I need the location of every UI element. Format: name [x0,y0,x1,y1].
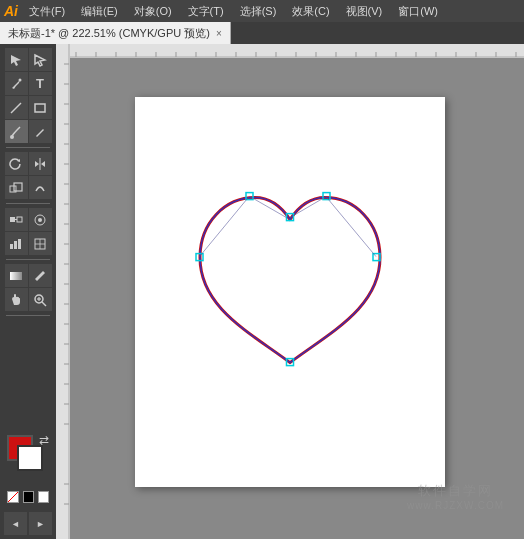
tool-row-5 [3,152,53,175]
symbol-tool[interactable] [29,208,52,231]
main-area: T [0,44,524,539]
heart-path-svg [190,177,390,397]
ruler-horizontal [56,44,524,58]
selection-tool[interactable] [5,48,28,71]
menu-effect[interactable]: 效果(C) [289,2,332,21]
color-swatches: ⇄ [3,433,53,503]
tool-row-8 [3,232,53,255]
tool-row-7 [3,208,53,231]
artboard-right[interactable]: ► [29,512,52,535]
separator-1 [6,147,50,148]
tab-bar: 未标题-1* @ 222.51% (CMYK/GPU 预览) × [0,22,524,44]
menu-edit[interactable]: 编辑(E) [78,2,121,21]
eyedropper-tool[interactable] [29,264,52,287]
svg-point-3 [10,135,14,139]
line-tool[interactable] [5,96,28,119]
svg-line-1 [11,103,21,113]
svg-point-11 [38,218,42,222]
tab-title: 未标题-1* @ 222.51% (CMYK/GPU 预览) [8,26,210,41]
svg-line-20 [42,302,46,306]
pencil-tool[interactable] [29,120,52,143]
separator-4 [6,315,50,316]
white-swatch[interactable] [38,491,49,503]
tool-row-4 [3,120,53,143]
svg-line-23 [8,492,18,502]
svg-rect-12 [10,244,13,249]
column-graph-tool[interactable] [5,232,28,255]
menu-view[interactable]: 视图(V) [343,2,386,21]
svg-rect-24 [56,44,524,58]
tool-row-10 [3,288,53,311]
separator-2 [6,203,50,204]
color-icons-row [3,491,53,503]
app-logo: Ai [4,3,18,19]
svg-line-79 [290,196,326,217]
artboard-nav: ◄ ► [4,512,52,535]
svg-rect-6 [14,183,22,191]
svg-rect-2 [35,104,45,112]
pen-tool[interactable] [5,72,28,95]
black-swatch[interactable] [23,491,34,503]
type-tool[interactable]: T [29,72,52,95]
svg-point-0 [19,78,22,81]
artboard [135,97,445,487]
menu-text[interactable]: 文字(T) [185,2,227,21]
stroke-color[interactable] [17,445,43,471]
toolbar: T [0,44,56,539]
svg-rect-13 [14,241,17,249]
tool-row-6 [3,176,53,199]
gradient-tool[interactable] [5,264,28,287]
rect-tool[interactable] [29,96,52,119]
rotate-tool[interactable] [5,152,28,175]
svg-rect-8 [17,217,22,222]
none-swatch[interactable] [7,491,19,503]
ruler-vertical [56,44,70,539]
watermark-line2: www.RJZXW.COM [407,500,504,511]
menu-select[interactable]: 选择(S) [237,2,280,21]
menu-window[interactable]: 窗口(W) [395,2,441,21]
menu-items: 文件(F) 编辑(E) 对象(O) 文字(T) 选择(S) 效果(C) 视图(V… [26,2,441,21]
menu-file[interactable]: 文件(F) [26,2,68,21]
close-tab-button[interactable]: × [216,28,222,39]
svg-rect-7 [10,217,15,222]
svg-rect-49 [56,44,70,539]
tool-row-3 [3,96,53,119]
canvas-area: 软件自学网 www.RJZXW.COM [56,44,524,539]
tool-row-1 [3,48,53,71]
artboard-left[interactable]: ◄ [4,512,27,535]
menu-object[interactable]: 对象(O) [131,2,175,21]
mesh-tool[interactable] [29,232,52,255]
document-tab[interactable]: 未标题-1* @ 222.51% (CMYK/GPU 预览) × [0,22,231,44]
warp-tool[interactable] [29,176,52,199]
svg-rect-14 [18,239,21,249]
hand-tool[interactable] [5,288,28,311]
menu-bar: Ai 文件(F) 编辑(E) 对象(O) 文字(T) 选择(S) 效果(C) 视… [0,0,524,22]
direct-selection-tool[interactable] [29,48,52,71]
separator-3 [6,259,50,260]
reflect-tool[interactable] [29,152,52,175]
zoom-tool[interactable] [29,288,52,311]
paintbrush-tool[interactable] [5,120,28,143]
scale-tool[interactable] [5,176,28,199]
blend-tool[interactable] [5,208,28,231]
tool-row-2: T [3,72,53,95]
tool-row-9 [3,264,53,287]
svg-rect-18 [10,272,22,280]
